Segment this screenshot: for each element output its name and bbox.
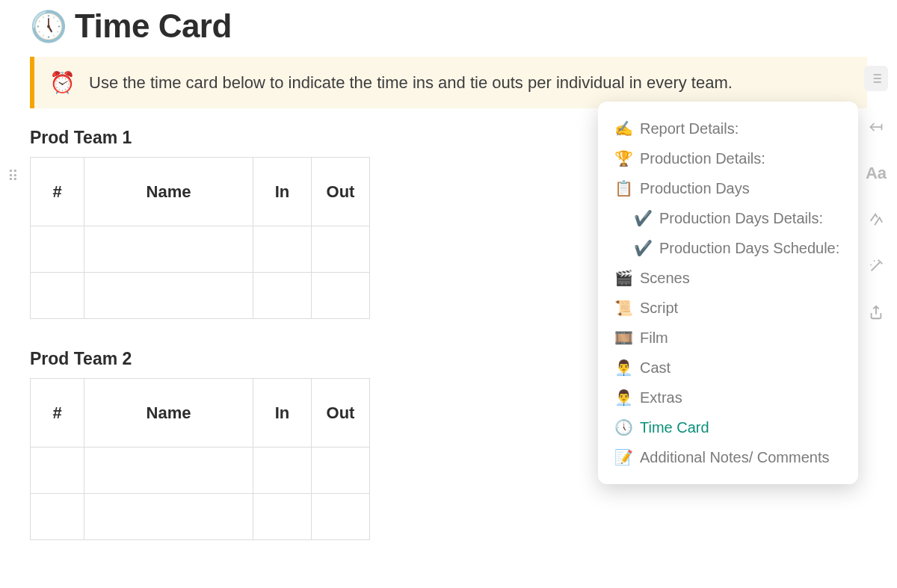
table-header-row: # Name In Out [31, 379, 370, 448]
outline-item-additional-notes[interactable]: 📝 Additional Notes/ Comments [604, 442, 852, 472]
writing-hand-icon: ✍️ [614, 120, 632, 137]
outline-item-label: Scenes [640, 270, 690, 287]
outline-item-extras[interactable]: 👨‍💼 Extras [604, 383, 852, 412]
outline-item-label: Script [640, 300, 678, 317]
outline-item-label: Cast [640, 359, 671, 377]
outline-item-report-details[interactable]: ✍️ Report Details: [604, 114, 852, 143]
table-header-row: # Name In Out [31, 158, 370, 226]
scroll-icon: 📜 [614, 299, 632, 317]
outline-item-label: Production Days Details: [659, 210, 823, 227]
outline-toggle-icon[interactable] [864, 66, 888, 91]
column-header-in: In [253, 158, 312, 226]
timecard-table-team1[interactable]: # Name In Out [30, 157, 370, 319]
column-header-out: Out [312, 379, 370, 448]
outline-popover: ✍️ Report Details: 🏆 Production Details:… [598, 102, 858, 484]
side-toolbar: Aa [864, 66, 888, 323]
outline-item-scenes[interactable]: 🎬 Scenes [604, 263, 852, 293]
column-header-number: # [31, 158, 84, 226]
drag-handle-icon[interactable]: ⠿ [7, 169, 17, 184]
clock-icon: 🕔 [614, 418, 632, 436]
person-icon: 👨‍💼 [614, 389, 632, 406]
share-icon[interactable] [866, 302, 887, 323]
timecard-table-team2[interactable]: # Name In Out [30, 378, 370, 540]
clock-icon: 🕔 [30, 11, 67, 41]
outline-item-production-days[interactable]: 📋 Production Days [604, 173, 852, 203]
outline-item-cast[interactable]: 👨‍💼 Cast [604, 353, 852, 383]
swap-icon[interactable] [866, 209, 887, 230]
table-row[interactable] [31, 448, 370, 494]
callout-text: Use the time card below to indicate the … [89, 73, 733, 93]
outline-item-label: Film [640, 329, 668, 347]
column-header-name: Name [84, 379, 253, 448]
page: 🕔 Time Card ⏰ Use the time card below to… [0, 0, 897, 588]
outline-item-label: Production Days [640, 180, 750, 197]
clapper-icon: 🎬 [614, 269, 632, 287]
trophy-icon: 🏆 [614, 149, 632, 167]
outline-item-label: Time Card [640, 419, 709, 436]
magic-wand-icon[interactable] [866, 256, 887, 276]
outline-item-label: Report Details: [640, 120, 739, 137]
person-icon: 👨‍💼 [614, 359, 632, 377]
outline-item-production-details[interactable]: 🏆 Production Details: [604, 143, 852, 173]
page-title: Time Card [75, 7, 232, 45]
film-icon: 🎞️ [614, 329, 632, 347]
outline-item-label: Production Days Schedule: [659, 240, 839, 257]
outline-item-label: Production Details: [640, 150, 765, 167]
column-header-name: Name [84, 158, 253, 226]
outline-item-script[interactable]: 📜 Script [604, 293, 852, 323]
callout-block: ⏰ Use the time card below to indicate th… [30, 57, 867, 108]
page-title-row: 🕔 Time Card [30, 7, 867, 45]
back-arrow-icon[interactable] [866, 117, 887, 137]
table-row[interactable] [31, 273, 370, 319]
check-icon: ✔️ [634, 239, 652, 257]
outline-item-label: Additional Notes/ Comments [640, 449, 829, 466]
column-header-out: Out [312, 158, 370, 226]
check-icon: ✔️ [634, 209, 652, 227]
column-header-in: In [253, 379, 312, 448]
column-header-number: # [31, 379, 84, 448]
memo-icon: 📝 [614, 448, 632, 466]
outline-item-time-card[interactable]: 🕔 Time Card [604, 412, 852, 442]
outline-item-label: Extras [640, 389, 682, 406]
outline-item-production-days-schedule[interactable]: ✔️ Production Days Schedule: [604, 233, 852, 263]
clipboard-icon: 📋 [614, 179, 632, 197]
font-size-icon[interactable]: Aa [866, 163, 887, 184]
table-row[interactable] [31, 494, 370, 540]
outline-item-film[interactable]: 🎞️ Film [604, 323, 852, 353]
outline-item-production-days-details[interactable]: ✔️ Production Days Details: [604, 203, 852, 233]
alarm-clock-icon: ⏰ [49, 70, 75, 95]
table-row[interactable] [31, 226, 370, 273]
